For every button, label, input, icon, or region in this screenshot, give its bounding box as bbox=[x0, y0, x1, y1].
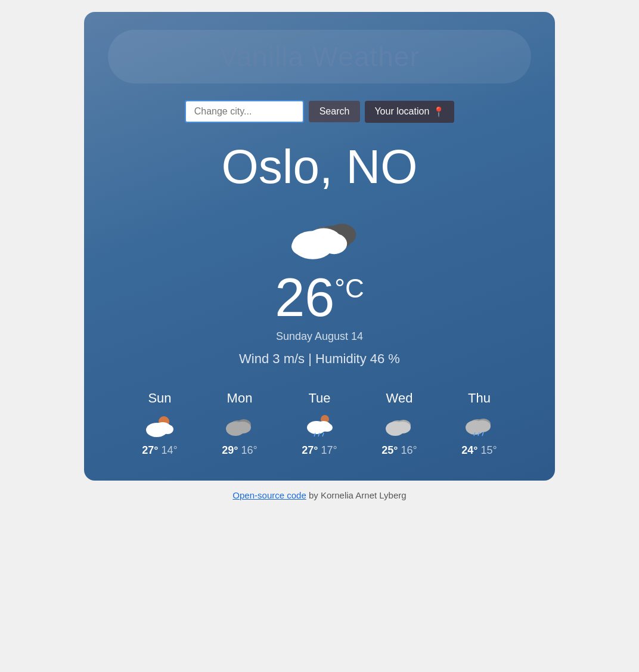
city-input[interactable] bbox=[185, 100, 304, 123]
svg-line-32 bbox=[482, 432, 483, 436]
city-name: Oslo, NO bbox=[222, 141, 418, 193]
forecast-icon-thu bbox=[464, 413, 494, 437]
temperature-display: 26°C bbox=[275, 271, 364, 324]
weather-details: Wind 3 m/s | Humidity 46 % bbox=[239, 351, 400, 367]
footer: Open-source code by Kornelia Arnet Lyber… bbox=[232, 490, 406, 500]
forecast-temps-tue: 27° 17° bbox=[302, 444, 337, 457]
location-button[interactable]: Your location 📍 bbox=[365, 101, 454, 123]
forecast-temps-wed: 25° 16° bbox=[381, 444, 417, 457]
forecast-day-mon: Mon 29° 16° bbox=[200, 391, 280, 457]
forecast-day-name: Tue bbox=[308, 391, 330, 406]
main-weather-icon bbox=[284, 211, 355, 259]
svg-point-6 bbox=[291, 237, 315, 255]
svg-point-14 bbox=[234, 422, 251, 433]
forecast-day-thu: Thu 24° 15° bbox=[439, 391, 519, 457]
search-button[interactable]: Search bbox=[309, 101, 361, 122]
title-box: Vanilla Weather bbox=[108, 30, 531, 83]
forecast-day-name: Mon bbox=[227, 391, 253, 406]
forecast-row: Sun 27° 14° Mon bbox=[108, 391, 531, 457]
date-display: Sunday August 14 bbox=[276, 330, 363, 343]
svg-point-10 bbox=[162, 425, 173, 434]
footer-suffix: by Kornelia Arnet Lyberg bbox=[306, 490, 407, 500]
open-source-link[interactable]: Open-source code bbox=[232, 490, 306, 500]
app-title: Vanilla Weather bbox=[219, 41, 419, 72]
forecast-day-name: Thu bbox=[468, 391, 491, 406]
pin-icon: 📍 bbox=[433, 106, 445, 117]
svg-point-25 bbox=[394, 422, 411, 433]
svg-line-21 bbox=[322, 433, 324, 436]
forecast-temps-thu: 24° 15° bbox=[461, 444, 497, 457]
search-row: Search Your location 📍 bbox=[185, 100, 455, 123]
forecast-icon-sun bbox=[145, 413, 175, 437]
forecast-temps-mon: 29° 16° bbox=[222, 444, 257, 457]
app-container: Vanilla Weather Search Your location 📍 O… bbox=[84, 12, 555, 481]
forecast-day-tue: Tue 27° 17° bbox=[280, 391, 359, 457]
forecast-day-wed: Wed 25° 16° bbox=[359, 391, 439, 457]
svg-point-18 bbox=[322, 423, 333, 432]
forecast-day-name: Wed bbox=[386, 391, 413, 406]
forecast-temps-sun: 27° 14° bbox=[142, 444, 177, 457]
forecast-icon-mon bbox=[225, 413, 255, 437]
forecast-icon-tue bbox=[305, 413, 334, 437]
forecast-icon-wed bbox=[384, 413, 414, 437]
forecast-day-name: Sun bbox=[148, 391, 171, 406]
forecast-day-sun: Sun 27° 14° bbox=[120, 391, 200, 457]
svg-point-5 bbox=[321, 234, 347, 255]
svg-point-29 bbox=[474, 420, 491, 432]
